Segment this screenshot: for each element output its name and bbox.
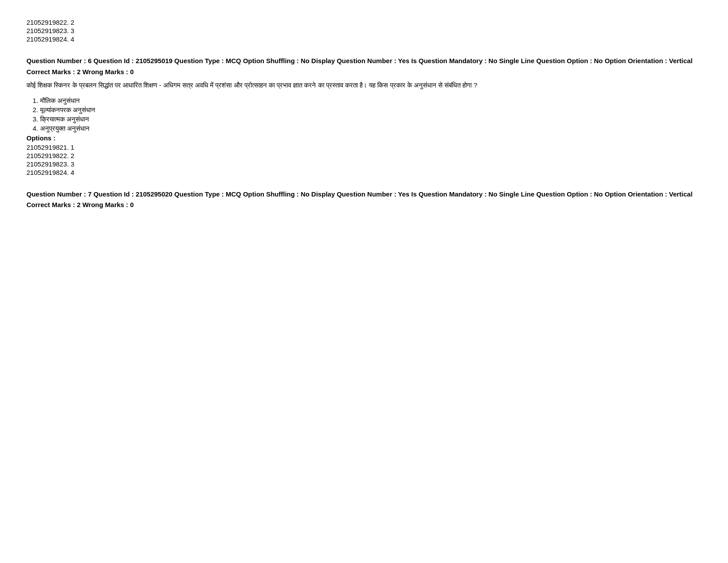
option-6-2: 21052919822. 2 — [26, 152, 702, 159]
prev-option-2: 21052919822. 2 — [26, 19, 702, 26]
option-6-1: 21052919821. 1 — [26, 144, 702, 151]
hindi-option-4: 4. अनुप्रयुक्त अनुसंधान — [33, 125, 702, 132]
question-6-hindi-options: 1. मौलिक अनुसंधान 2. मूल्यांकनपरक अनुसंध… — [26, 97, 702, 132]
prev-option-4: 21052919824. 4 — [26, 35, 702, 43]
question-7-block: Question Number : 7 Question Id : 210529… — [26, 189, 702, 209]
option-6-3: 21052919823. 3 — [26, 160, 702, 168]
question-6-block: Question Number : 6 Question Id : 210529… — [26, 56, 702, 176]
question-6-options-label: Options : — [26, 134, 702, 142]
hindi-option-2: 2. मूल्यांकनपरक अनुसंधान — [33, 106, 702, 114]
previous-question-options: 21052919822. 2 21052919823. 3 2105291982… — [26, 19, 702, 43]
question-6-marks: Correct Marks : 2 Wrong Marks : 0 — [26, 68, 702, 76]
hindi-option-1: 1. मौलिक अनुसंधान — [33, 97, 702, 105]
question-7-marks: Correct Marks : 2 Wrong Marks : 0 — [26, 201, 702, 208]
question-7-meta: Question Number : 7 Question Id : 210529… — [26, 189, 702, 200]
question-6-options: 21052919821. 1 21052919822. 2 2105291982… — [26, 144, 702, 176]
prev-option-3: 21052919823. 3 — [26, 27, 702, 34]
hindi-option-3: 3. क्रियात्मक अनुसंधान — [33, 115, 702, 123]
question-6-text: कोई शिक्षक स्किनर के प्रबलन सिद्धांत पर … — [26, 80, 702, 91]
option-6-4: 21052919824. 4 — [26, 169, 702, 176]
question-6-meta: Question Number : 6 Question Id : 210529… — [26, 56, 702, 66]
